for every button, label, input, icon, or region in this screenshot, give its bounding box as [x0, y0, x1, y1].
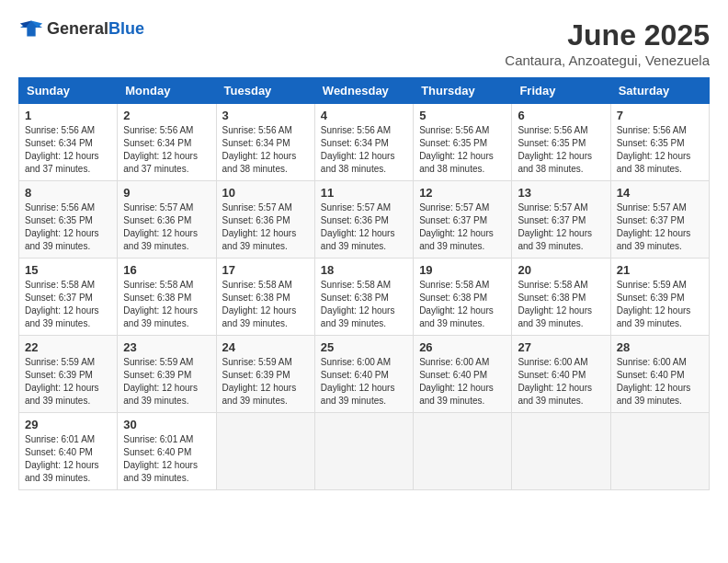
calendar-cell: 6 Sunrise: 5:56 AM Sunset: 6:35 PM Dayli…: [512, 104, 610, 181]
logo-icon: [18, 18, 44, 39]
calendar-week-5: 29 Sunrise: 6:01 AM Sunset: 6:40 PM Dayl…: [19, 413, 710, 490]
day-info: Sunrise: 5:56 AM Sunset: 6:35 PM Dayligh…: [617, 124, 703, 176]
calendar-cell: 25 Sunrise: 6:00 AM Sunset: 6:40 PM Dayl…: [314, 336, 413, 413]
calendar-cell: 27 Sunrise: 6:00 AM Sunset: 6:40 PM Dayl…: [512, 336, 610, 413]
calendar-cell: [610, 413, 709, 490]
calendar-cell: 9 Sunrise: 5:57 AM Sunset: 6:36 PM Dayli…: [118, 181, 216, 259]
day-number: 1: [25, 109, 111, 122]
day-info: Sunrise: 5:58 AM Sunset: 6:38 PM Dayligh…: [123, 279, 210, 330]
day-info: Sunrise: 6:00 AM Sunset: 6:40 PM Dayligh…: [617, 356, 703, 408]
calendar-cell: 14 Sunrise: 5:57 AM Sunset: 6:37 PM Dayl…: [610, 181, 709, 259]
day-info: Sunrise: 6:01 AM Sunset: 6:40 PM Dayligh…: [123, 433, 210, 485]
calendar-cell: [512, 413, 610, 490]
day-number: 4: [321, 109, 407, 122]
calendar-week-2: 8 Sunrise: 5:56 AM Sunset: 6:35 PM Dayli…: [19, 181, 710, 259]
calendar-week-3: 15 Sunrise: 5:58 AM Sunset: 6:37 PM Dayl…: [19, 259, 710, 336]
calendar-week-4: 22 Sunrise: 5:59 AM Sunset: 6:39 PM Dayl…: [19, 336, 710, 413]
day-number: 6: [518, 109, 604, 122]
calendar-cell: 3 Sunrise: 5:56 AM Sunset: 6:34 PM Dayli…: [216, 104, 314, 181]
calendar-cell: 21 Sunrise: 5:59 AM Sunset: 6:39 PM Dayl…: [610, 259, 709, 336]
day-number: 11: [321, 186, 407, 200]
calendar-cell: 4 Sunrise: 5:56 AM Sunset: 6:34 PM Dayli…: [314, 104, 413, 181]
day-info: Sunrise: 5:57 AM Sunset: 6:37 PM Dayligh…: [419, 201, 506, 253]
day-number: 7: [617, 109, 703, 122]
day-info: Sunrise: 5:57 AM Sunset: 6:36 PM Dayligh…: [123, 201, 210, 253]
day-info: Sunrise: 5:57 AM Sunset: 6:37 PM Dayligh…: [617, 201, 703, 253]
calendar-cell: 18 Sunrise: 5:58 AM Sunset: 6:38 PM Dayl…: [314, 259, 413, 336]
calendar-cell: 15 Sunrise: 5:58 AM Sunset: 6:37 PM Dayl…: [19, 259, 118, 336]
weekday-header-tuesday: Tuesday: [216, 78, 314, 104]
calendar-cell: 8 Sunrise: 5:56 AM Sunset: 6:35 PM Dayli…: [19, 181, 118, 259]
calendar-cell: 29 Sunrise: 6:01 AM Sunset: 6:40 PM Dayl…: [19, 413, 118, 490]
day-info: Sunrise: 5:58 AM Sunset: 6:38 PM Dayligh…: [222, 279, 309, 330]
logo-text-blue: Blue: [108, 19, 144, 39]
logo: General Blue: [18, 18, 144, 39]
calendar-cell: 2 Sunrise: 5:56 AM Sunset: 6:34 PM Dayli…: [118, 104, 216, 181]
month-title: June 2025: [505, 18, 710, 52]
day-info: Sunrise: 5:58 AM Sunset: 6:38 PM Dayligh…: [321, 279, 407, 330]
calendar-cell: 30 Sunrise: 6:01 AM Sunset: 6:40 PM Dayl…: [118, 413, 216, 490]
day-number: 21: [617, 263, 703, 277]
day-number: 9: [123, 186, 210, 200]
weekday-header-saturday: Saturday: [610, 78, 709, 104]
day-number: 25: [321, 340, 407, 354]
calendar-cell: 10 Sunrise: 5:57 AM Sunset: 6:36 PM Dayl…: [216, 181, 314, 259]
day-number: 28: [617, 340, 703, 354]
day-info: Sunrise: 6:00 AM Sunset: 6:40 PM Dayligh…: [321, 356, 407, 408]
day-number: 3: [222, 109, 309, 122]
day-number: 18: [321, 263, 407, 277]
day-number: 17: [222, 263, 309, 277]
page-header: General Blue June 2025 Cantaura, Anzoate…: [18, 18, 710, 68]
day-number: 29: [25, 418, 111, 431]
calendar-cell: 16 Sunrise: 5:58 AM Sunset: 6:38 PM Dayl…: [118, 259, 216, 336]
day-info: Sunrise: 5:59 AM Sunset: 6:39 PM Dayligh…: [617, 279, 703, 330]
calendar-cell: 20 Sunrise: 5:58 AM Sunset: 6:38 PM Dayl…: [512, 259, 610, 336]
calendar-cell: 26 Sunrise: 6:00 AM Sunset: 6:40 PM Dayl…: [414, 336, 512, 413]
day-info: Sunrise: 5:58 AM Sunset: 6:37 PM Dayligh…: [25, 279, 111, 330]
day-info: Sunrise: 5:59 AM Sunset: 6:39 PM Dayligh…: [222, 356, 309, 408]
day-info: Sunrise: 5:56 AM Sunset: 6:35 PM Dayligh…: [25, 201, 111, 253]
calendar-cell: [216, 413, 314, 490]
day-info: Sunrise: 5:57 AM Sunset: 6:37 PM Dayligh…: [518, 201, 604, 253]
day-info: Sunrise: 5:56 AM Sunset: 6:34 PM Dayligh…: [222, 124, 309, 176]
weekday-header-sunday: Sunday: [19, 78, 118, 104]
title-section: June 2025 Cantaura, Anzoategui, Venezuel…: [505, 18, 710, 68]
day-info: Sunrise: 5:59 AM Sunset: 6:39 PM Dayligh…: [25, 356, 111, 408]
calendar-cell: 23 Sunrise: 5:59 AM Sunset: 6:39 PM Dayl…: [118, 336, 216, 413]
day-number: 27: [518, 340, 604, 354]
day-number: 5: [419, 109, 506, 122]
day-number: 13: [518, 186, 604, 200]
calendar-cell: [414, 413, 512, 490]
day-info: Sunrise: 5:56 AM Sunset: 6:34 PM Dayligh…: [25, 124, 111, 176]
day-info: Sunrise: 6:01 AM Sunset: 6:40 PM Dayligh…: [25, 433, 111, 485]
day-number: 12: [419, 186, 506, 200]
day-number: 14: [617, 186, 703, 200]
calendar-cell: 13 Sunrise: 5:57 AM Sunset: 6:37 PM Dayl…: [512, 181, 610, 259]
day-number: 23: [123, 340, 210, 354]
calendar-cell: 19 Sunrise: 5:58 AM Sunset: 6:38 PM Dayl…: [414, 259, 512, 336]
weekday-header-monday: Monday: [118, 78, 216, 104]
calendar-header-row: SundayMondayTuesdayWednesdayThursdayFrid…: [19, 78, 710, 104]
day-info: Sunrise: 5:56 AM Sunset: 6:34 PM Dayligh…: [321, 124, 407, 176]
calendar-cell: 7 Sunrise: 5:56 AM Sunset: 6:35 PM Dayli…: [610, 104, 709, 181]
weekday-header-wednesday: Wednesday: [314, 78, 413, 104]
day-number: 22: [25, 340, 111, 354]
calendar-cell: 11 Sunrise: 5:57 AM Sunset: 6:36 PM Dayl…: [314, 181, 413, 259]
day-info: Sunrise: 5:58 AM Sunset: 6:38 PM Dayligh…: [518, 279, 604, 330]
calendar-cell: [314, 413, 413, 490]
day-info: Sunrise: 5:56 AM Sunset: 6:35 PM Dayligh…: [518, 124, 604, 176]
day-number: 20: [518, 263, 604, 277]
day-number: 26: [419, 340, 506, 354]
calendar-table: SundayMondayTuesdayWednesdayThursdayFrid…: [18, 77, 710, 490]
day-info: Sunrise: 5:56 AM Sunset: 6:35 PM Dayligh…: [419, 124, 506, 176]
day-info: Sunrise: 5:57 AM Sunset: 6:36 PM Dayligh…: [321, 201, 407, 253]
day-number: 16: [123, 263, 210, 277]
day-info: Sunrise: 5:59 AM Sunset: 6:39 PM Dayligh…: [123, 356, 210, 408]
day-number: 19: [419, 263, 506, 277]
day-number: 30: [123, 418, 210, 431]
calendar-cell: 12 Sunrise: 5:57 AM Sunset: 6:37 PM Dayl…: [414, 181, 512, 259]
calendar-cell: 28 Sunrise: 6:00 AM Sunset: 6:40 PM Dayl…: [610, 336, 709, 413]
day-number: 8: [25, 186, 111, 200]
calendar-cell: 24 Sunrise: 5:59 AM Sunset: 6:39 PM Dayl…: [216, 336, 314, 413]
logo-text-general: General: [47, 19, 108, 39]
